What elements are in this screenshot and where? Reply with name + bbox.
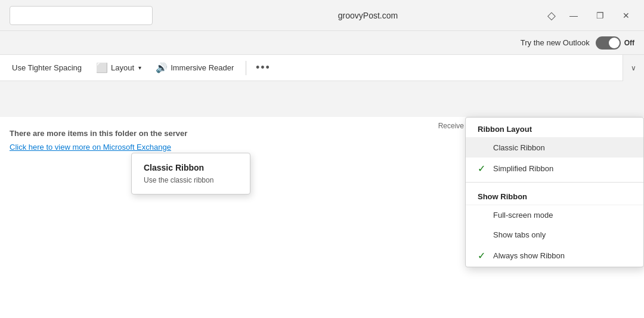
immersive-reader-icon: 🔊 bbox=[156, 62, 168, 73]
toggle-track[interactable] bbox=[596, 36, 621, 50]
diamond-icon[interactable]: ◇ bbox=[547, 9, 556, 22]
title-bar-left bbox=[10, 6, 188, 25]
simplified-ribbon-item[interactable]: ✓ Simplified Ribbon bbox=[466, 158, 643, 180]
toolbar-divider bbox=[246, 61, 246, 75]
dropdown-menu: Ribbon Layout Classic Ribbon ✓ Simplifie… bbox=[465, 117, 644, 267]
tooltip-description: Use the classic ribbon bbox=[144, 176, 238, 184]
dropdown-divider bbox=[466, 182, 643, 183]
tooltip-popup: Classic Ribbon Use the classic ribbon bbox=[131, 153, 250, 194]
immersive-reader-label: Immersive Reader bbox=[171, 63, 234, 72]
simplified-ribbon-check-icon: ✓ bbox=[478, 163, 487, 174]
full-screen-label: Full-screen mode bbox=[493, 211, 553, 220]
show-ribbon-header: Show Ribbon bbox=[466, 185, 643, 205]
layout-chevron-icon: ▾ bbox=[138, 64, 141, 71]
app-title: groovyPost.com bbox=[338, 11, 398, 20]
show-tabs-only-item[interactable]: Show tabs only bbox=[466, 225, 643, 245]
maximize-button[interactable]: ❐ bbox=[592, 7, 608, 24]
content-area: Receive There are more items in this fol… bbox=[0, 117, 644, 318]
new-outlook-toggle[interactable]: Off bbox=[596, 36, 634, 50]
new-outlook-label: Try the new Outlook bbox=[521, 38, 590, 47]
layout-label: Layout bbox=[111, 63, 134, 72]
close-button[interactable]: ✕ bbox=[618, 7, 634, 24]
full-screen-mode-item[interactable]: Full-screen mode bbox=[466, 205, 643, 225]
toggle-thumb bbox=[609, 38, 620, 48]
toggle-state-label: Off bbox=[624, 39, 634, 47]
receive-column-hint: Receive bbox=[438, 122, 464, 130]
title-bar-controls: ◇ — ❐ ✕ bbox=[547, 7, 634, 24]
simplified-ribbon-label: Simplified Ribbon bbox=[493, 164, 553, 173]
classic-ribbon-label: Classic Ribbon bbox=[493, 143, 545, 152]
tighter-spacing-label: Use Tighter Spacing bbox=[12, 63, 82, 72]
toolbar: Use Tighter Spacing ⬜ Layout ▾ 🔊 Immersi… bbox=[0, 55, 644, 81]
immersive-reader-button[interactable]: 🔊 Immersive Reader bbox=[151, 60, 239, 76]
show-tabs-label: Show tabs only bbox=[493, 230, 546, 239]
always-show-check-icon: ✓ bbox=[478, 250, 487, 261]
search-input[interactable] bbox=[10, 6, 153, 25]
always-show-label: Always show Ribbon bbox=[493, 251, 565, 260]
always-show-ribbon-item[interactable]: ✓ Always show Ribbon bbox=[466, 245, 643, 267]
minimize-button[interactable]: — bbox=[565, 7, 582, 24]
layout-icon: ⬜ bbox=[96, 62, 108, 73]
outlook-bar: Try the new Outlook Off bbox=[0, 31, 644, 55]
collapse-icon: ∨ bbox=[631, 64, 636, 72]
collapse-ribbon-button[interactable]: ∨ bbox=[623, 55, 644, 81]
tighter-spacing-button[interactable]: Use Tighter Spacing bbox=[7, 61, 86, 75]
title-bar: groovyPost.com ◇ — ❐ ✕ bbox=[0, 0, 644, 31]
classic-ribbon-item[interactable]: Classic Ribbon bbox=[466, 138, 643, 158]
ribbon-layout-header: Ribbon Layout bbox=[466, 118, 643, 138]
layout-button[interactable]: ⬜ Layout ▾ bbox=[91, 60, 146, 76]
more-button[interactable]: ••• bbox=[253, 58, 273, 78]
tooltip-title: Classic Ribbon bbox=[144, 163, 238, 172]
